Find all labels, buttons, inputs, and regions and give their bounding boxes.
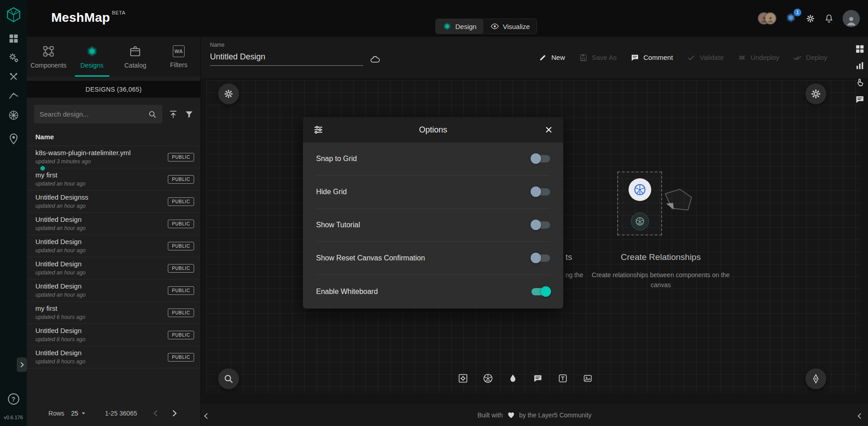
design-name: Untitled Design [35, 283, 86, 290]
toolbar-actions: New Save As Comment Validate Undeploy [538, 37, 827, 78]
visibility-badge: PUBLIC [168, 220, 194, 228]
visualize-mode-button[interactable]: Visualize [483, 19, 537, 34]
import-design-icon[interactable] [168, 109, 178, 119]
nav-performance-icon[interactable] [8, 90, 20, 102]
hide-grid-toggle[interactable] [532, 188, 550, 196]
header-right-cluster: 1 [758, 0, 860, 37]
design-row[interactable]: k8s-wasm-plugin-ratelimiter.ymlupdated 3… [27, 146, 200, 168]
dock-chart-icon[interactable] [855, 61, 865, 71]
pagination-range: 1-25 36065 [105, 410, 137, 417]
undeploy-button[interactable]: Undeploy [737, 53, 779, 62]
whiteboard-toolbar [455, 371, 595, 386]
design-row[interactable]: Untitled Designupdated an hour ago PUBLI… [27, 235, 200, 257]
dock-grid-icon[interactable] [855, 44, 865, 54]
design-row[interactable]: my firstupdated an hour ago PUBLIC [27, 168, 200, 191]
nav-meshmap-icon[interactable] [8, 133, 20, 145]
design-name: k8s-wasm-plugin-ratelimiter.yml [35, 149, 131, 157]
new-button[interactable]: New [538, 53, 565, 62]
search-input[interactable] [39, 110, 144, 118]
dock-comment-icon[interactable] [855, 94, 865, 104]
collapse-right-chevron-icon[interactable] [856, 412, 864, 420]
option-label: Snap to Grid [316, 155, 357, 163]
design-row[interactable]: Untitled Designupdated an hour ago PUBLI… [27, 213, 200, 235]
caret-down-icon[interactable] [80, 410, 87, 416]
design-name-input[interactable] [210, 50, 363, 66]
visibility-badge: PUBLIC [168, 308, 194, 317]
kubernetes-tool-button[interactable] [480, 371, 495, 386]
plugin-gear-icon [457, 373, 468, 384]
dock-touch-icon[interactable] [855, 78, 865, 88]
tab-designs[interactable]: Designs [70, 37, 114, 77]
design-row[interactable]: my firstupdated 6 hours ago PUBLIC [27, 302, 200, 324]
nav-toolkit-icon[interactable] [8, 71, 19, 82]
design-mode-button[interactable]: Design [436, 19, 483, 34]
media-tool-button[interactable] [580, 371, 595, 386]
nav-lifecycle-icon[interactable] [8, 52, 20, 64]
expand-rail-button[interactable] [17, 357, 27, 372]
eye-icon [490, 22, 499, 31]
help-icon[interactable]: ? [8, 393, 19, 405]
save-as-button[interactable]: Save As [579, 53, 617, 62]
visibility-badge: PUBLIC [168, 286, 194, 295]
meshery-notification-button[interactable]: 1 [785, 12, 797, 25]
design-mode-label: Design [455, 23, 477, 30]
show-tutorial-toggle[interactable] [532, 221, 550, 229]
nav-dashboard-icon[interactable] [8, 33, 19, 44]
validate-button[interactable]: Validate [687, 53, 724, 62]
action-label: Comment [644, 54, 673, 61]
design-row[interactable]: Untitled Designssupdated an hour ago PUB… [27, 191, 200, 213]
tab-components[interactable]: Components [27, 37, 70, 77]
chevron-right-icon [18, 361, 25, 368]
mode-toggle: Design Visualize [435, 19, 537, 34]
close-icon[interactable] [544, 125, 553, 134]
comment-button[interactable]: Comment [630, 53, 673, 62]
pen-button[interactable] [805, 368, 826, 389]
left-rail: ? v0.6.176 [0, 0, 27, 426]
next-page-button[interactable] [170, 409, 179, 418]
tab-catalog[interactable]: Catalog [114, 37, 157, 77]
comment-icon [532, 373, 542, 383]
footer-text: by the Layer5 Community [519, 411, 592, 419]
action-label: Undeploy [751, 54, 779, 61]
cloud-sync-icon [370, 54, 380, 65]
canvas-settings-button[interactable] [218, 83, 239, 104]
snap-to-grid-toggle[interactable] [532, 155, 550, 162]
nav-mesh-icon[interactable] [8, 109, 20, 121]
app-title: MeshMapBETA [51, 10, 126, 25]
design-row[interactable]: Untitled Designupdated an hour ago PUBLI… [27, 279, 200, 302]
filter-icon[interactable] [184, 109, 194, 119]
deploy-button[interactable]: Deploy [793, 53, 827, 62]
option-row: Show Tutorial [316, 209, 550, 242]
bell-icon[interactable] [824, 14, 834, 24]
draw-tool-button[interactable] [505, 371, 520, 386]
design-name: my first [35, 171, 86, 179]
action-label: New [551, 54, 565, 61]
options-button[interactable] [805, 83, 826, 104]
comment-tool-button[interactable] [530, 371, 545, 386]
option-row: Hide Grid [316, 176, 550, 209]
user-avatar[interactable] [843, 10, 860, 27]
design-updated: updated 8 hours ago [35, 336, 85, 343]
panel-tabs: Components Designs Catalog WA Filters [27, 37, 200, 77]
enable-whiteboard-toggle[interactable] [532, 288, 550, 295]
design-name: my first [35, 305, 85, 313]
design-row[interactable]: Untitled Designupdated an hour ago PUBLI… [27, 257, 200, 279]
design-row[interactable]: Untitled Designupdated 8 hours ago PUBLI… [27, 346, 200, 368]
prev-page-button[interactable] [151, 409, 161, 418]
collapse-left-chevron-icon[interactable] [202, 412, 210, 420]
settings-gear-icon[interactable] [805, 14, 815, 24]
layer5-logo-icon[interactable] [6, 7, 21, 22]
design-row[interactable]: Untitled Designupdated 8 hours ago PUBLI… [27, 324, 200, 346]
search-icon[interactable] [148, 110, 157, 119]
option-label: Enable Whiteboard [316, 288, 378, 296]
text-tool-button[interactable] [555, 371, 570, 386]
zoom-button[interactable] [218, 368, 239, 389]
heart-icon [507, 411, 515, 419]
reset-canvas-confirmation-toggle[interactable] [532, 255, 550, 262]
kubernetes-node [629, 178, 651, 201]
meshmap-app: ? v0.6.176 MeshMapBETA Design Visualize … [0, 0, 868, 426]
rows-per-page-select[interactable]: 25 [71, 410, 78, 417]
visibility-badge: PUBLIC [168, 353, 194, 362]
plugin-tool-button[interactable] [455, 371, 470, 386]
tab-filters[interactable]: WA Filters [157, 37, 200, 77]
